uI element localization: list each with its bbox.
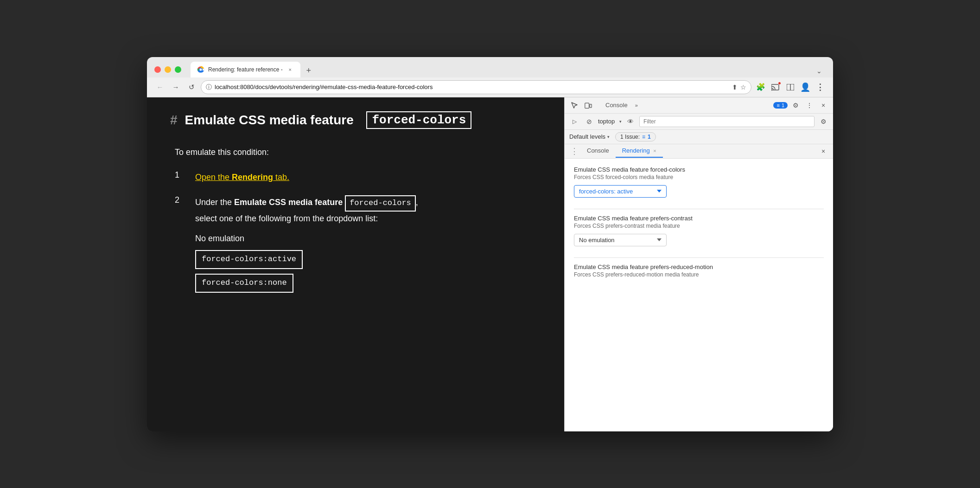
toolbar-icons: 🧩 👤 ⋮ bbox=[754, 81, 827, 94]
prefers-reduced-motion-desc: Forces CSS prefers-reduced-motion media … bbox=[574, 271, 824, 278]
rendering-tab-label: Rendering bbox=[622, 147, 650, 154]
divider-2 bbox=[574, 257, 824, 258]
context-select[interactable]: top bbox=[606, 118, 622, 125]
cast-icon[interactable] bbox=[769, 81, 782, 94]
close-traffic-light[interactable] bbox=[154, 66, 161, 73]
rendering-tab-link[interactable]: Open the Rendering tab. bbox=[195, 173, 289, 182]
step2-text-before: Under the bbox=[195, 198, 234, 207]
new-tab-button[interactable]: + bbox=[302, 64, 315, 77]
forced-colors-select[interactable]: forced-colors: active No emulation force… bbox=[574, 185, 667, 198]
forced-colors-section: Emulate CSS media feature forced-colors … bbox=[574, 166, 824, 198]
option-forced-none: forced-colors:none bbox=[195, 274, 293, 293]
profile-icon[interactable]: 👤 bbox=[799, 81, 812, 94]
divider-1 bbox=[574, 209, 824, 209]
bookmark-icon[interactable]: ☆ bbox=[740, 83, 746, 91]
panel-close-button[interactable]: × bbox=[817, 145, 829, 157]
console-panel-tab[interactable]: Console bbox=[580, 144, 616, 158]
title-bar: Rendering: feature reference - × + ⌄ bbox=[147, 57, 833, 77]
reload-button[interactable]: ↺ bbox=[185, 81, 198, 94]
inspect-element-button[interactable] bbox=[568, 99, 580, 111]
back-button[interactable]: ← bbox=[153, 81, 166, 94]
browser-window: Rendering: feature reference - × + ⌄ ← →… bbox=[147, 57, 833, 431]
context-selector-wrap: top top ▾ bbox=[598, 118, 622, 125]
execute-script-button[interactable]: ▷ bbox=[568, 116, 580, 128]
heading-main-text: Emulate CSS media feature bbox=[185, 113, 354, 128]
filter-input[interactable] bbox=[639, 116, 815, 127]
address-info-icon: ⓘ bbox=[206, 83, 212, 91]
step-2-content: Under the Emulate CSS media feature forc… bbox=[195, 195, 418, 293]
tab-close-button[interactable]: × bbox=[286, 66, 294, 73]
step2-text-continue: select one of the following from the dro… bbox=[195, 214, 378, 223]
split-icon-svg bbox=[787, 84, 794, 90]
menu-icon[interactable]: ⋮ bbox=[814, 81, 827, 94]
prefers-contrast-select[interactable]: No emulation prefers-contrast: more pref… bbox=[574, 234, 667, 246]
step1-link-suffix: tab. bbox=[273, 173, 289, 182]
step-2-number: 2 bbox=[175, 195, 184, 205]
option-forced-active: forced-colors:active bbox=[195, 250, 303, 269]
svg-point-2 bbox=[200, 68, 202, 71]
step1-link-text: Open the bbox=[195, 173, 232, 182]
instruction-intro: To emulate this condition: bbox=[175, 148, 541, 157]
heading-code: forced-colors bbox=[366, 111, 471, 129]
rendering-panel-content: Emulate CSS media feature forced-colors … bbox=[565, 159, 833, 431]
minimize-traffic-light[interactable] bbox=[165, 66, 171, 73]
console-tab-top[interactable]: Console bbox=[600, 100, 633, 110]
url-text: localhost:8080/docs/devtools/rendering/#… bbox=[215, 83, 729, 90]
svg-rect-7 bbox=[585, 103, 589, 108]
devtools-settings-button[interactable]: ⚙ bbox=[789, 99, 802, 111]
page-heading: # Emulate CSS media feature forced-color… bbox=[170, 111, 541, 129]
devtools-close-button[interactable]: × bbox=[817, 99, 829, 111]
devtools-top-toolbar: Console » ≡ 1 ⚙ ⋮ × bbox=[565, 97, 833, 114]
rendering-panel-tab[interactable]: Rendering × bbox=[616, 144, 663, 158]
clear-console-button[interactable]: ⊘ bbox=[583, 116, 595, 128]
tab-title: Rendering: feature reference - bbox=[208, 66, 283, 73]
context-label: top bbox=[598, 118, 606, 125]
option-list: No emulation forced-colors:active forced… bbox=[195, 231, 418, 293]
browser-toolbar: ← → ↺ ⓘ localhost:8080/docs/devtools/ren… bbox=[147, 77, 833, 97]
levels-arrow[interactable]: ▾ bbox=[607, 135, 610, 139]
forward-button[interactable]: → bbox=[169, 81, 182, 94]
forced-colors-desc: Forces CSS forced-colors media feature bbox=[574, 174, 824, 180]
prefers-contrast-desc: Forces CSS prefers-contrast media featur… bbox=[574, 223, 824, 229]
issue-count: 1 bbox=[648, 134, 651, 140]
prefers-reduced-motion-section: Emulate CSS media feature prefers-reduce… bbox=[574, 263, 824, 278]
default-levels-wrap: Default levels ▾ bbox=[569, 133, 610, 140]
share-icon: ⬆ bbox=[732, 83, 738, 91]
console-settings-button[interactable]: ⚙ bbox=[817, 116, 829, 128]
devtools-panel: Console » ≡ 1 ⚙ ⋮ × ▷ ⊘ top bbox=[564, 97, 833, 431]
issue-icon: ≡ bbox=[642, 134, 645, 140]
device-icon bbox=[585, 102, 592, 109]
chrome-favicon-icon bbox=[197, 66, 204, 73]
devtools-right-icons: ≡ 1 ⚙ ⋮ × bbox=[773, 99, 829, 111]
step1-link-bold: Rendering bbox=[232, 173, 273, 182]
issue-badge[interactable]: 1 Issue: ≡ 1 bbox=[615, 132, 656, 141]
step-2: 2 Under the Emulate CSS media feature fo… bbox=[175, 195, 541, 293]
address-bar[interactable]: ⓘ localhost:8080/docs/devtools/rendering… bbox=[201, 80, 751, 94]
issue-label: 1 Issue: bbox=[620, 134, 640, 140]
step-1-content: Open the Rendering tab. bbox=[195, 170, 289, 185]
svg-rect-8 bbox=[590, 104, 592, 107]
maximize-traffic-light[interactable] bbox=[175, 66, 181, 73]
step2-text-after: , bbox=[416, 198, 418, 207]
device-toolbar-button[interactable] bbox=[582, 99, 594, 111]
rendering-tab-close[interactable]: × bbox=[653, 148, 656, 154]
step2-code: forced-colors bbox=[345, 195, 416, 212]
window-collapse-button[interactable]: ⌄ bbox=[813, 64, 826, 77]
badge-count: 1 bbox=[782, 103, 784, 108]
devtools-panel-tabs: ⋮ Console Rendering × × bbox=[565, 144, 833, 159]
page-content: # Emulate CSS media feature forced-color… bbox=[147, 97, 564, 431]
active-tab[interactable]: Rendering: feature reference - × bbox=[191, 62, 300, 77]
split-view-icon[interactable] bbox=[784, 81, 797, 94]
tabs-area: Rendering: feature reference - × + ⌄ bbox=[191, 62, 826, 77]
message-badge: ≡ 1 bbox=[773, 102, 788, 109]
prefers-reduced-motion-title: Emulate CSS media feature prefers-reduce… bbox=[574, 263, 824, 270]
step-1-number: 1 bbox=[175, 170, 184, 180]
extensions-icon[interactable]: 🧩 bbox=[754, 81, 767, 94]
page-body: To emulate this condition: 1 Open the Re… bbox=[170, 148, 541, 293]
devtools-more-menu-button[interactable]: ⋮ bbox=[803, 99, 815, 111]
content-area: # Emulate CSS media feature forced-color… bbox=[147, 97, 833, 431]
eye-filter-button[interactable]: 👁 bbox=[624, 116, 636, 128]
devtools-tabs-top: Console » bbox=[600, 100, 771, 110]
prefers-contrast-section: Emulate CSS media feature prefers-contra… bbox=[574, 215, 824, 246]
more-tabs-button[interactable]: » bbox=[635, 103, 638, 108]
